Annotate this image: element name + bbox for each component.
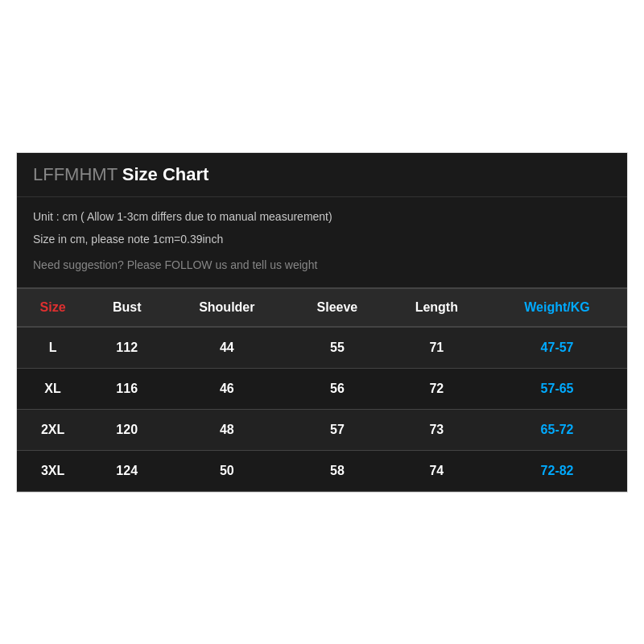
cell-weight: 65-72 [487, 409, 627, 450]
cell-shoulder: 50 [165, 450, 288, 491]
brand-name: LFFMHMT [33, 164, 118, 184]
col-header-bust: Bust [89, 288, 165, 327]
table-row: L11244557147-57 [17, 327, 627, 369]
cell-size: XL [17, 368, 89, 409]
cell-bust: 124 [89, 450, 165, 491]
suggestion-line: Need suggestion? Please FOLLOW us and te… [33, 258, 611, 271]
cell-shoulder: 44 [165, 327, 288, 369]
table-header-row: Size Bust Shoulder Sleeve Length Weight/… [17, 288, 627, 327]
cell-length: 71 [386, 327, 487, 369]
col-header-shoulder: Shoulder [165, 288, 288, 327]
size-table: Size Bust Shoulder Sleeve Length Weight/… [17, 287, 627, 492]
cell-bust: 116 [89, 368, 165, 409]
cell-length: 73 [386, 409, 487, 450]
cell-length: 74 [386, 450, 487, 491]
cell-size: L [17, 327, 89, 369]
col-header-weight: Weight/KG [487, 288, 627, 327]
table-row: 3XL12450587472-82 [17, 450, 627, 491]
cell-weight: 72-82 [487, 450, 627, 491]
col-header-size: Size [17, 288, 89, 327]
col-header-sleeve: Sleeve [288, 288, 386, 327]
table-row: XL11646567257-65 [17, 368, 627, 409]
cell-shoulder: 48 [165, 409, 288, 450]
chart-label-text: Size Chart [122, 164, 209, 184]
cell-weight: 57-65 [487, 368, 627, 409]
col-header-length: Length [386, 288, 487, 327]
cell-sleeve: 56 [288, 368, 386, 409]
cell-length: 72 [386, 368, 487, 409]
info-line-2: Size in cm, please note 1cm=0.39inch [33, 228, 611, 250]
cell-bust: 120 [89, 409, 165, 450]
cell-bust: 112 [89, 327, 165, 369]
size-table-section: Size Bust Shoulder Sleeve Length Weight/… [17, 287, 627, 492]
size-chart-container: LFFMHMT Size Chart Unit : cm ( Allow 1-3… [16, 152, 628, 493]
cell-size: 2XL [17, 409, 89, 450]
chart-title: LFFMHMT Size Chart [33, 164, 611, 185]
cell-sleeve: 55 [288, 327, 386, 369]
cell-sleeve: 58 [288, 450, 386, 491]
cell-shoulder: 46 [165, 368, 288, 409]
header-section: LFFMHMT Size Chart [17, 153, 627, 196]
cell-size: 3XL [17, 450, 89, 491]
info-section: Unit : cm ( Allow 1-3cm differs due to m… [17, 196, 627, 287]
info-line-1: Unit : cm ( Allow 1-3cm differs due to m… [33, 205, 611, 228]
cell-sleeve: 57 [288, 409, 386, 450]
cell-weight: 47-57 [487, 327, 627, 369]
table-row: 2XL12048577365-72 [17, 409, 627, 450]
